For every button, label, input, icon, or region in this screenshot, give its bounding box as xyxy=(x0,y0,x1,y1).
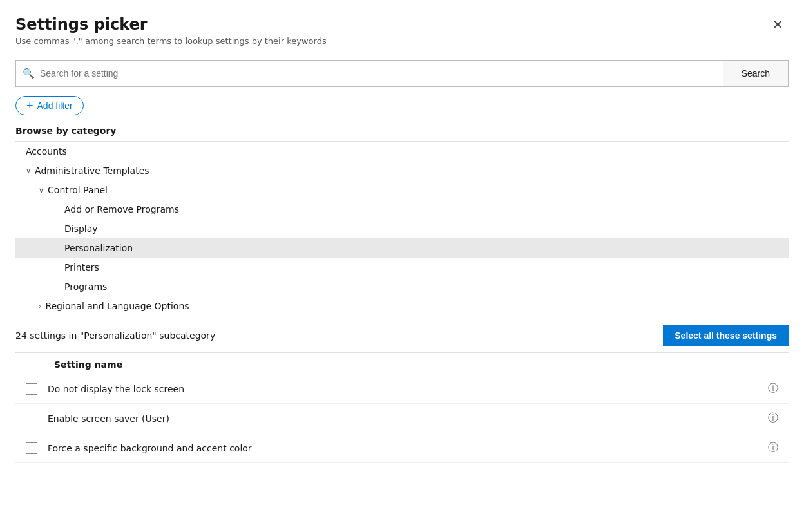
settings-list: Do not display the lock screen ⓘ Enable … xyxy=(15,374,789,532)
filter-row: + Add filter xyxy=(15,96,789,115)
cat-label-control-panel: Control Panel xyxy=(48,185,108,195)
dialog-title: Settings picker xyxy=(15,15,327,33)
cat-label-display: Display xyxy=(64,223,98,234)
setting-row-screen-saver: Enable screen saver (User) ⓘ xyxy=(15,404,789,433)
info-icon-screen-saver[interactable]: ⓘ xyxy=(768,412,778,425)
settings-count-text: 24 settings in "Personalization" subcate… xyxy=(15,330,215,341)
cat-label-printers: Printers xyxy=(64,262,99,272)
info-icon-lock-screen[interactable]: ⓘ xyxy=(768,382,778,395)
add-filter-button[interactable]: + Add filter xyxy=(15,96,84,115)
category-item-control-panel[interactable]: ∨ Control Panel xyxy=(15,180,789,200)
setting-row-bg-accent: Force a specific background and accent c… xyxy=(15,433,789,463)
cat-label-programs: Programs xyxy=(64,281,107,292)
category-item-printers[interactable]: Printers xyxy=(15,258,789,277)
close-button[interactable]: ✕ xyxy=(767,15,789,33)
search-row: 🔍 Search xyxy=(15,60,789,87)
select-all-button[interactable]: Select all these settings xyxy=(663,325,789,346)
setting-checkbox-lock-screen[interactable] xyxy=(26,383,37,395)
settings-count-bar: 24 settings in "Personalization" subcate… xyxy=(15,316,789,353)
cat-label-personalization: Personalization xyxy=(64,243,133,253)
category-item-admin-templates[interactable]: ∨ Administrative Templates xyxy=(15,161,789,180)
setting-row-lock-screen: Do not display the lock screen ⓘ xyxy=(15,374,789,404)
search-input-wrap: 🔍 xyxy=(15,60,723,87)
chevron-control-panel: ∨ xyxy=(39,186,44,195)
setting-name-screen-saver: Enable screen saver (User) xyxy=(48,413,763,424)
cat-label-add-remove: Add or Remove Programs xyxy=(64,204,179,214)
browse-label: Browse by category xyxy=(15,126,789,136)
settings-picker-dialog: Settings picker Use commas "," among sea… xyxy=(0,0,804,532)
setting-name-lock-screen: Do not display the lock screen xyxy=(48,384,763,394)
chevron-regional: › xyxy=(39,302,41,310)
dialog-title-block: Settings picker Use commas "," among sea… xyxy=(15,15,327,46)
dialog-header: Settings picker Use commas "," among sea… xyxy=(15,15,789,46)
category-item-accounts[interactable]: Accounts xyxy=(15,142,789,161)
category-list-wrap: Accounts ∨ Administrative Templates ∨ Co… xyxy=(15,141,789,316)
category-list: Accounts ∨ Administrative Templates ∨ Co… xyxy=(15,142,789,316)
cat-label-admin-templates: Administrative Templates xyxy=(35,166,149,176)
category-item-personalization[interactable]: Personalization xyxy=(15,238,789,258)
setting-checkbox-bg-accent[interactable] xyxy=(26,442,37,454)
category-item-programs[interactable]: Programs xyxy=(15,277,789,296)
chevron-admin-templates: ∨ xyxy=(26,167,31,175)
dialog-subtitle: Use commas "," among search terms to loo… xyxy=(15,36,327,46)
bottom-panel: 24 settings in "Personalization" subcate… xyxy=(15,316,789,532)
settings-table-header: Setting name xyxy=(15,353,789,374)
search-icon: 🔍 xyxy=(23,68,35,79)
add-filter-plus-icon: + xyxy=(26,100,34,111)
add-filter-label: Add filter xyxy=(37,100,73,111)
cat-label-accounts: Accounts xyxy=(26,146,67,157)
search-input[interactable] xyxy=(40,62,716,85)
setting-name-bg-accent: Force a specific background and accent c… xyxy=(48,443,763,453)
info-icon-bg-accent[interactable]: ⓘ xyxy=(768,441,778,455)
category-item-display[interactable]: Display xyxy=(15,219,789,238)
settings-column-label: Setting name xyxy=(15,359,122,370)
cat-label-regional: Regional and Language Options xyxy=(45,301,189,311)
category-item-regional[interactable]: › Regional and Language Options xyxy=(15,296,789,316)
setting-checkbox-screen-saver[interactable] xyxy=(26,413,37,424)
search-button[interactable]: Search xyxy=(723,60,789,87)
category-item-add-remove[interactable]: Add or Remove Programs xyxy=(15,200,789,219)
